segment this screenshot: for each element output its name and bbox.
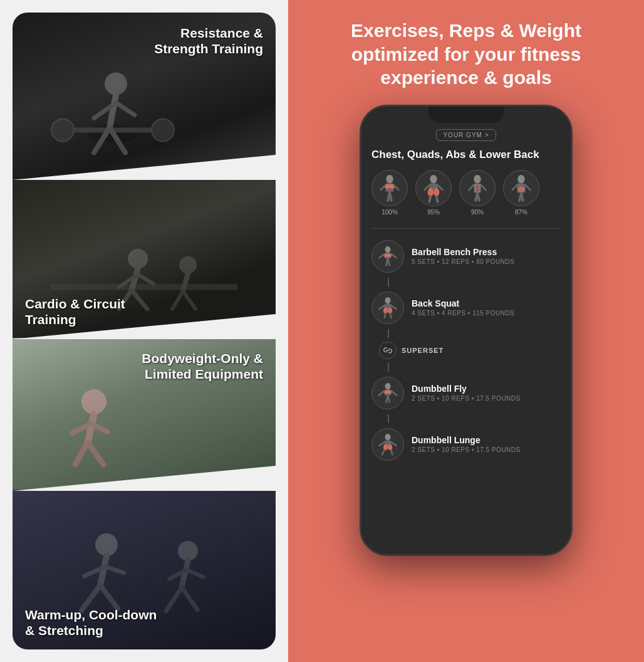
connector-3 <box>388 363 389 372</box>
phone-notch <box>428 107 504 123</box>
muscle-quads-item: 95% <box>415 170 452 216</box>
svg-rect-63 <box>478 187 480 189</box>
svg-line-108 <box>391 442 396 445</box>
svg-point-85 <box>385 297 391 304</box>
svg-line-20 <box>172 292 183 309</box>
muscle-abs-item: 90% <box>459 170 496 216</box>
bench-press-icon <box>371 240 404 273</box>
gym-tag[interactable]: YOUR GYM > <box>436 129 496 141</box>
muscle-lower-back-item: 87% <box>503 170 539 216</box>
bench-press-name: Barbell Bench Press <box>412 247 561 257</box>
svg-rect-64 <box>474 191 477 192</box>
svg-line-98 <box>388 395 390 402</box>
workout-title: Chest, Quads, Abs & Lower Back <box>371 149 561 161</box>
svg-rect-60 <box>474 184 477 186</box>
svg-point-103 <box>383 444 388 450</box>
muscle-chest-pct: 100% <box>382 209 398 216</box>
svg-marker-29 <box>13 466 276 491</box>
divider-3-svg <box>13 466 276 491</box>
svg-point-18 <box>179 256 197 274</box>
dumbbell-lunge-info: Dumbbell Lunge 2 SETS • 10 REPS • 17.5 P… <box>412 435 561 453</box>
muscle-quads-svg <box>422 173 445 203</box>
dumbbell-lunge-icon <box>371 428 404 461</box>
right-panel: Exercises, Reps & Weight optimized for y… <box>288 0 644 662</box>
dumbbell-fly-meta: 2 SETS • 10 REPS • 17.5 POUNDS <box>412 395 561 402</box>
svg-line-47 <box>390 192 392 201</box>
warmup-label: Warm-up, Cool-down & Stretching <box>25 607 157 638</box>
svg-point-88 <box>388 308 392 313</box>
dumbbell-fly-svg <box>377 382 399 404</box>
connector-1 <box>388 278 389 286</box>
svg-point-93 <box>385 383 391 390</box>
svg-line-35 <box>105 566 124 572</box>
svg-line-15 <box>132 290 147 309</box>
muscle-abs-circle <box>459 170 496 206</box>
superset-text: SUPERSET <box>402 347 444 354</box>
svg-point-101 <box>385 434 391 441</box>
svg-line-91 <box>380 305 385 308</box>
muscle-icons-row: 100% <box>371 170 561 216</box>
svg-line-54 <box>429 196 430 202</box>
svg-line-90 <box>390 313 392 318</box>
svg-line-74 <box>521 192 523 200</box>
dumbbell-fly-name: Dumbbell Fly <box>412 384 561 394</box>
svg-point-50 <box>430 175 437 183</box>
left-panel-inner: Resistance & Strength Training <box>13 13 276 649</box>
dumbbell-fly-icon <box>371 377 404 409</box>
divider-line-1 <box>371 228 561 229</box>
svg-line-107 <box>380 442 385 445</box>
svg-line-9 <box>116 103 135 115</box>
phone-screen: YOUR GYM > Chest, Quads, Abs & Lower Bac… <box>361 107 571 554</box>
back-squat-name: Back Squat <box>412 298 561 308</box>
svg-point-4 <box>105 73 127 95</box>
svg-line-33 <box>100 585 118 608</box>
connector-2 <box>388 329 389 338</box>
superset-label-row: SUPERSET <box>371 338 561 363</box>
svg-line-76 <box>526 185 531 190</box>
left-panel: Resistance & Strength Training <box>0 0 288 662</box>
svg-point-42 <box>386 175 393 183</box>
svg-point-87 <box>383 308 388 313</box>
svg-point-52 <box>428 188 434 196</box>
divider-1-svg <box>13 155 276 180</box>
phone-mockup: YOUR GYM > Chest, Quads, Abs & Lower Bac… <box>360 105 573 556</box>
muscle-lower-back-svg <box>509 173 533 203</box>
svg-line-106 <box>391 450 392 454</box>
svg-line-5 <box>110 95 116 128</box>
exercise-row-bench-press: Barbell Bench Press 5 SETS • 12 REPS • 8… <box>371 235 561 278</box>
svg-line-25 <box>75 443 88 465</box>
dumbbell-fly-info: Dumbbell Fly 2 SETS • 10 REPS • 17.5 POU… <box>412 384 561 402</box>
svg-rect-61 <box>478 184 480 186</box>
superset-icon <box>379 342 397 359</box>
bench-press-svg <box>377 245 399 268</box>
exercise-row-dumbbell-lunge: Dumbbell Lunge 2 SETS • 10 REPS • 17.5 P… <box>371 423 561 466</box>
bodyweight-label: Bodyweight-Only & Limited Equipment <box>142 350 263 382</box>
svg-point-72 <box>517 186 524 192</box>
svg-point-104 <box>388 444 392 450</box>
muscle-chest-item: 100% <box>371 170 408 216</box>
svg-marker-10 <box>13 155 276 180</box>
exercise-row-dumbbell-fly: Dumbbell Fly 2 SETS • 10 REPS • 17.5 POU… <box>371 372 561 414</box>
right-header-text: Exercises, Reps & Weight optimized for y… <box>335 19 598 90</box>
svg-point-53 <box>434 188 440 196</box>
svg-line-84 <box>391 254 396 257</box>
back-squat-icon <box>371 292 404 324</box>
back-squat-info: Back Squat 4 SETS • 4 REPS • 115 POUNDS <box>412 298 561 317</box>
svg-marker-22 <box>13 314 276 339</box>
svg-point-58 <box>474 175 480 183</box>
back-squat-meta: 4 SETS • 4 REPS • 115 POUNDS <box>412 310 561 317</box>
svg-line-83 <box>380 254 385 257</box>
svg-rect-62 <box>474 187 477 189</box>
warmup-block: Warm-up, Cool-down & Stretching <box>13 490 276 650</box>
svg-point-70 <box>517 175 524 183</box>
muscle-chest-svg <box>378 173 402 203</box>
svg-point-3 <box>152 119 174 142</box>
svg-point-30 <box>95 533 118 555</box>
svg-rect-65 <box>478 191 480 192</box>
svg-line-26 <box>88 443 103 465</box>
link-icon <box>383 345 393 355</box>
dumbbell-lunge-name: Dumbbell Lunge <box>412 435 561 445</box>
dumbbell-lunge-meta: 2 SETS • 10 REPS • 17.5 POUNDS <box>412 446 561 453</box>
svg-line-21 <box>183 292 195 309</box>
svg-line-24 <box>88 414 94 443</box>
